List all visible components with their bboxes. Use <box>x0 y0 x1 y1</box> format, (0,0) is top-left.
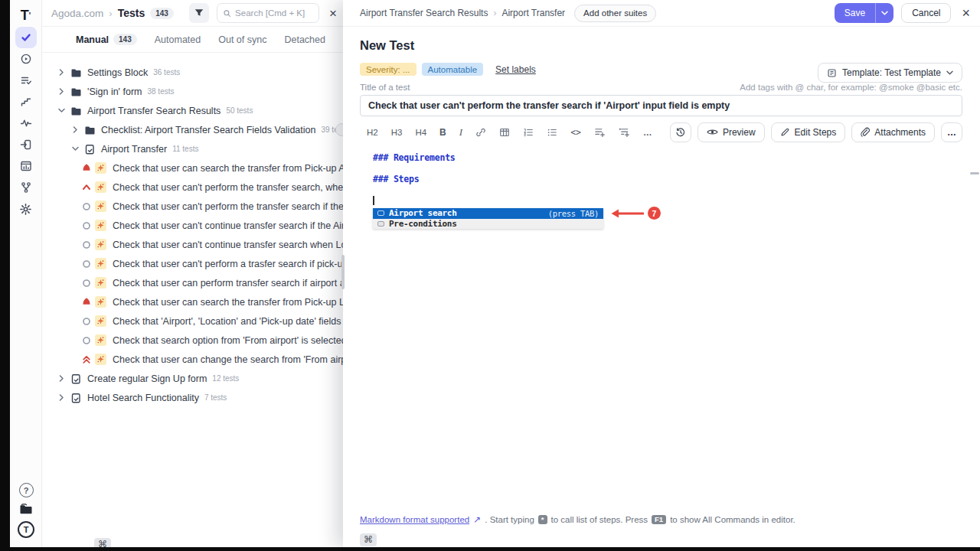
test-title-input[interactable] <box>360 95 962 116</box>
automatable-badge[interactable]: Automatable <box>422 63 484 76</box>
bold-button[interactable]: B <box>439 127 446 138</box>
tree-suite-airport-transfer-search-results[interactable]: Airport Transfer Search Results 50 tests <box>42 101 343 120</box>
heading3-button[interactable]: H3 <box>391 128 403 137</box>
tab-detached[interactable]: Detached <box>284 34 325 45</box>
tree-test-row[interactable]: Check that search option from 'From airp… <box>42 331 343 350</box>
autocomplete-option-airport-search[interactable]: Airport search (press TAB) <box>373 208 603 219</box>
add-other-suites-button[interactable]: Add other suites <box>574 5 656 22</box>
chevron-right-icon[interactable] <box>57 69 66 76</box>
rail-tests-icon[interactable] <box>15 27 37 48</box>
breadcrumb-section[interactable]: Tests <box>118 7 145 19</box>
chevron-right-icon[interactable] <box>57 394 66 401</box>
history-button[interactable] <box>670 122 691 142</box>
save-button[interactable]: Save <box>835 3 875 23</box>
chevron-right-icon[interactable] <box>57 88 66 95</box>
preview-button[interactable]: Preview <box>697 122 765 142</box>
command-key-badge[interactable]: ⌘ <box>360 533 377 546</box>
insert-task-list-icon[interactable] <box>619 126 630 138</box>
search-box[interactable] <box>217 3 319 23</box>
tree-test-row[interactable]: Check that user can't continue transfer … <box>42 235 343 254</box>
rail-runs-icon[interactable] <box>15 48 37 70</box>
template-dropdown[interactable]: Template: Test Template <box>818 63 962 83</box>
set-labels-link[interactable]: Set labels <box>495 64 536 75</box>
tab-manual[interactable]: Manual143 <box>76 34 137 45</box>
tree-test-row[interactable]: Check that user can't perform the transf… <box>42 197 343 216</box>
tab-out-of-sync[interactable]: Out of sync <box>218 34 266 45</box>
bullet-list-icon[interactable] <box>547 127 557 138</box>
insert-steps-list-icon[interactable] <box>594 126 606 138</box>
rail-steps-icon[interactable] <box>15 91 37 112</box>
rail-plans-icon[interactable] <box>15 70 37 91</box>
rail-analytics-icon[interactable] <box>15 112 37 134</box>
tree-suite-create-sign-up-form[interactable]: Create regular Sign Up form 12 tests <box>42 369 343 388</box>
breadcrumb-project[interactable]: Agoda.com <box>51 8 103 19</box>
tree-suite-sign-in-form[interactable]: 'Sign in' form 38 tests <box>42 82 343 101</box>
tab-manual-count: 143 <box>113 34 137 45</box>
drawer-breadcrumb-subsuite[interactable]: Airport Transfer <box>501 8 565 18</box>
rail-pulls-icon[interactable] <box>15 134 37 155</box>
icon-rail: T' ? T <box>10 0 42 547</box>
search-input[interactable] <box>235 8 313 18</box>
help-icon[interactable]: ? <box>19 483 34 497</box>
chevron-right-icon[interactable] <box>70 126 80 133</box>
more-actions-button[interactable]: … <box>941 122 962 142</box>
autocomplete-label: Pre-conditions <box>389 219 457 229</box>
severity-high-icon <box>81 354 92 365</box>
tree-test-row[interactable]: Check that user can search the transfer … <box>42 292 343 311</box>
autocomplete-label: Airport search <box>389 208 457 218</box>
italic-button[interactable]: I <box>459 126 462 139</box>
severity-normal-icon <box>81 220 92 231</box>
paperclip-icon <box>861 127 870 138</box>
tree-test-row[interactable]: Check that user can't continue transfer … <box>42 216 343 235</box>
rail-reports-icon[interactable] <box>15 155 37 177</box>
tree-test-row[interactable]: Check that user can search the transfer … <box>42 158 343 178</box>
chevron-down-icon[interactable] <box>70 145 80 152</box>
drawer-breadcrumb-suite[interactable]: Airport Transfer Search Results <box>360 8 488 18</box>
docs-icon[interactable] <box>19 504 33 515</box>
severity-normal-icon <box>81 335 92 346</box>
rail-settings-gear-icon[interactable] <box>15 198 37 220</box>
save-options-caret[interactable] <box>875 3 893 23</box>
cancel-button[interactable]: Cancel <box>901 3 951 23</box>
link-icon[interactable] <box>475 127 486 138</box>
markdown-supported-link[interactable]: Markdown format supported <box>360 515 469 524</box>
chevron-down-icon[interactable] <box>57 107 66 114</box>
tree-test-row[interactable]: Check that 'Airport', 'Location' and 'Pi… <box>42 311 343 331</box>
tree-close-icon[interactable]: × <box>329 7 337 20</box>
breadcrumb-separator: › <box>109 8 112 19</box>
logo-circle-icon[interactable]: T <box>18 521 34 538</box>
app-logo[interactable]: T' <box>21 4 31 27</box>
tree-test-row[interactable]: Check that user can't perform the transf… <box>42 178 343 197</box>
rail-branch-icon[interactable] <box>15 177 37 198</box>
tab-automated[interactable]: Automated <box>155 34 201 45</box>
tree-test-row[interactable]: Check that user can change the search fr… <box>42 350 343 369</box>
editor-scrollbar-thumb[interactable] <box>970 172 979 174</box>
severity-badge[interactable]: Severity: ... <box>360 63 416 76</box>
chevron-right-icon[interactable] <box>57 375 66 382</box>
severity-normal-icon <box>81 259 92 269</box>
suite-hover-action[interactable] <box>335 123 343 136</box>
autocomplete-option-pre-conditions[interactable]: Pre-conditions <box>373 219 603 230</box>
close-drawer-icon[interactable]: × <box>962 5 970 21</box>
tree-suite-airport-transfer[interactable]: Airport Transfer 11 tests <box>42 139 343 158</box>
filter-button[interactable] <box>189 3 209 23</box>
tree-test-row[interactable]: Check that user can perform transfer sea… <box>42 273 343 292</box>
drawer-content: New Test Template: Test Template Severit… <box>343 27 980 547</box>
template-icon <box>827 68 837 78</box>
table-icon[interactable] <box>499 127 510 138</box>
tree-suite-checklist-validation[interactable]: Checklist: Airport Transfer Search Field… <box>42 120 343 139</box>
ordered-list-icon[interactable] <box>523 127 534 138</box>
tree-test-row[interactable]: Check that user can't perform a trasfer … <box>42 254 343 273</box>
snippet-icon <box>377 210 384 216</box>
bug-burst-icon <box>95 162 106 174</box>
heading4-button[interactable]: H4 <box>415 128 426 137</box>
more-formatting-button[interactable]: … <box>643 128 652 137</box>
code-button[interactable]: <> <box>570 127 581 138</box>
edit-steps-button[interactable]: Edit Steps <box>771 122 846 142</box>
heading2-button[interactable]: H2 <box>367 128 378 137</box>
tree-scrollbar-thumb[interactable] <box>341 255 345 289</box>
tree-suite-hotel-search-functionality[interactable]: Hotel Search Functionality 7 tests <box>42 388 343 407</box>
attachments-button[interactable]: Attachments <box>851 122 935 142</box>
markdown-editor[interactable]: ### Requirements ### Steps Airport searc… <box>360 146 962 514</box>
tree-suite-settings-block[interactable]: Settings Block 36 tests <box>42 63 343 82</box>
